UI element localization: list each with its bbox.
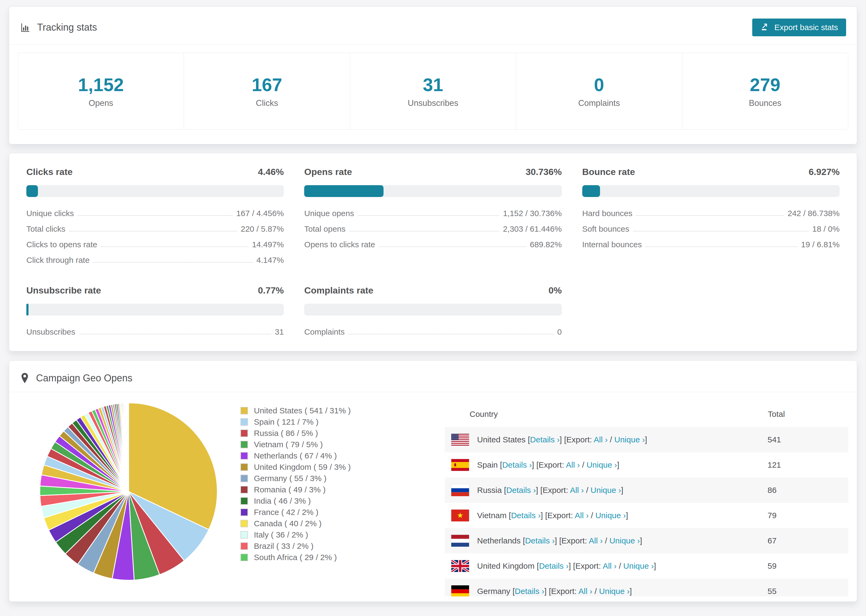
rate-value: 0% xyxy=(549,285,562,295)
metric-value: 242 / 86.738% xyxy=(787,209,840,218)
details-link[interactable]: Details › xyxy=(525,536,554,545)
export-prefix: Export: xyxy=(542,486,568,495)
legend-label: United States ( 541 / 31% ) xyxy=(254,406,351,415)
geo-header: Campaign Geo Opens xyxy=(9,361,857,392)
country-flag-icon xyxy=(451,484,469,496)
details-link[interactable]: Details › xyxy=(506,486,536,495)
metric-value: 31 xyxy=(275,327,284,336)
export-all-link[interactable]: All › xyxy=(589,536,603,545)
export-all-link[interactable]: All › xyxy=(575,511,589,520)
rate-bounce-rate: Bounce rate 6.927% Hard bounces 242 / 86… xyxy=(582,167,840,268)
export-icon xyxy=(760,22,770,33)
details-link[interactable]: Details › xyxy=(539,561,568,570)
legend-swatch xyxy=(241,554,248,561)
country-total: 79 xyxy=(768,503,848,528)
country-total: 55 xyxy=(768,579,848,596)
rates-card: Clicks rate 4.46% Unique clicks 167 / 4.… xyxy=(9,153,857,351)
geo-table: Country Total United States [Details ›] … xyxy=(445,401,848,596)
rate-metric-row: Unsubscribes 31 xyxy=(26,324,284,340)
dotted-leader xyxy=(348,334,553,334)
country-name: Netherlands xyxy=(477,536,523,545)
country-flag-icon xyxy=(451,535,469,547)
legend-label: Canada ( 40 / 2% ) xyxy=(254,519,322,528)
legend-swatch xyxy=(241,475,248,482)
export-unique-link[interactable]: Unique › xyxy=(595,511,626,520)
pie-slice xyxy=(128,403,129,492)
legend-label: United Kingdom ( 59 / 3% ) xyxy=(254,462,351,472)
stat-label: Opens xyxy=(89,98,113,108)
country-flag-icon xyxy=(451,509,469,522)
metric-value: 2,303 / 61.446% xyxy=(503,225,562,234)
country-total: 121 xyxy=(768,452,848,478)
column-header-total: Total xyxy=(768,401,848,427)
legend-label: Brazil ( 33 / 2% ) xyxy=(254,542,313,551)
export-unique-link[interactable]: Unique › xyxy=(587,460,617,469)
legend-item-romania: Romania ( 49 / 3% ) xyxy=(241,484,386,495)
stat-label: Unsubscribes xyxy=(408,98,458,108)
metric-label: Unique clicks xyxy=(26,209,74,218)
rate-value: 30.736% xyxy=(526,167,562,177)
details-link[interactable]: Details › xyxy=(515,587,544,596)
export-all-link[interactable]: All › xyxy=(603,561,617,570)
export-prefix: Export: xyxy=(547,511,573,520)
table-row-united-kingdom: United Kingdom [Details ›] [Export: All … xyxy=(445,553,848,579)
export-unique-link[interactable]: Unique › xyxy=(609,536,640,545)
legend-item-italy: Italy ( 36 / 2% ) xyxy=(241,529,386,541)
export-unique-link[interactable]: Unique › xyxy=(614,435,645,444)
legend-swatch xyxy=(241,486,248,493)
stat-bounces: 279 Bounces xyxy=(682,53,848,129)
stat-complaints: 0 Complaints xyxy=(516,53,682,129)
legend-swatch xyxy=(241,429,248,437)
rate-complaints-rate: Complaints rate 0% Complaints 0 xyxy=(304,285,562,340)
rate-value: 4.46% xyxy=(258,167,284,177)
legend-swatch xyxy=(241,464,248,471)
metric-label: Complaints xyxy=(304,327,345,336)
legend-item-india: India ( 46 / 3% ) xyxy=(241,495,386,507)
rate-title: Unsubscribe rate xyxy=(26,285,101,295)
export-all-link[interactable]: All › xyxy=(578,587,592,596)
legend-item-canada: Canada ( 40 / 2% ) xyxy=(241,518,386,529)
metric-label: Total opens xyxy=(304,225,345,234)
dotted-leader xyxy=(358,215,499,216)
legend-item-brazil: Brazil ( 33 / 2% ) xyxy=(241,541,386,552)
map-pin-icon xyxy=(20,372,30,384)
dotted-leader xyxy=(646,247,797,247)
stat-label: Complaints xyxy=(578,98,620,108)
metric-label: Soft bounces xyxy=(582,225,629,234)
rate-metric-row: Total clicks 220 / 5.87% xyxy=(26,221,284,237)
export-prefix: Export: xyxy=(538,460,564,469)
progress-fill xyxy=(26,185,38,197)
rate-metric-row: Unique clicks 167 / 4.456% xyxy=(26,206,284,221)
dotted-leader xyxy=(78,215,233,216)
stats-band: 1,152 Opens 167 Clicks 31 Unsubscribes 0… xyxy=(18,53,848,130)
table-row-germany: Germany [Details ›] [Export: All › / Uni… xyxy=(445,579,848,596)
divider xyxy=(10,392,856,392)
metric-label: Unique opens xyxy=(304,209,354,218)
legend-label: India ( 46 / 3% ) xyxy=(254,497,311,506)
export-unique-link[interactable]: Unique › xyxy=(599,587,630,596)
dotted-leader xyxy=(379,247,526,247)
geo-title: Campaign Geo Opens xyxy=(20,372,132,384)
rate-metric-row: Complaints 0 xyxy=(304,324,562,340)
export-unique-link[interactable]: Unique › xyxy=(590,486,621,495)
export-basic-stats-button[interactable]: Export basic stats xyxy=(752,19,846,36)
table-header-row: Country Total xyxy=(445,401,848,427)
country-flag-icon xyxy=(451,585,469,596)
details-link[interactable]: Details › xyxy=(530,435,560,444)
rate-title: Bounce rate xyxy=(582,167,635,177)
details-link[interactable]: Details › xyxy=(502,460,532,469)
tracking-stats-title: Tracking stats xyxy=(20,22,97,33)
tracking-stats-card: Tracking stats Export basic stats 1,152 … xyxy=(9,6,857,144)
metric-value: 167 / 4.456% xyxy=(236,209,284,218)
metric-value: 689.82% xyxy=(530,240,562,249)
country-name: United Kingdom xyxy=(477,561,537,570)
country-total: 59 xyxy=(768,553,848,579)
export-all-link[interactable]: All › xyxy=(566,460,580,469)
progress-bar xyxy=(26,304,284,316)
rate-metric-row: Clicks to opens rate 14.497% xyxy=(26,237,284,252)
export-all-link[interactable]: All › xyxy=(570,486,584,495)
export-all-link[interactable]: All › xyxy=(594,435,608,444)
details-link[interactable]: Details › xyxy=(511,511,540,520)
country-name: Germany xyxy=(477,587,513,596)
export-unique-link[interactable]: Unique › xyxy=(624,561,654,570)
